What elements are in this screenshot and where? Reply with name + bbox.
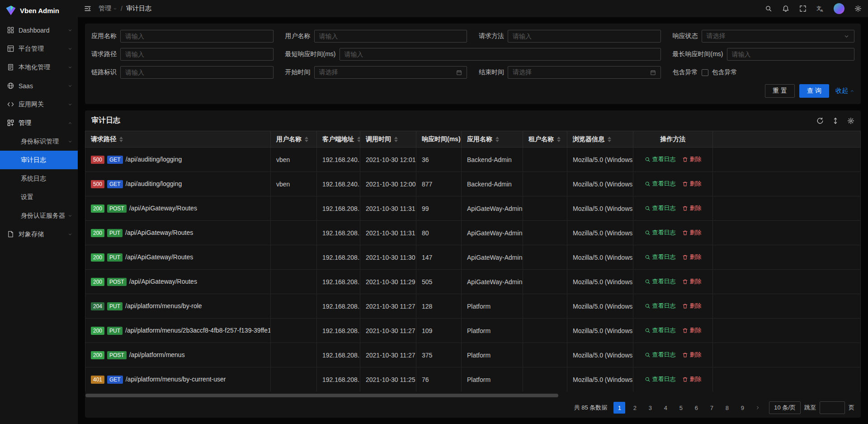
sidebar-item-object-storage[interactable]: 对象存储 <box>0 225 78 243</box>
page-button-9[interactable]: 9 <box>736 402 748 414</box>
column-header-0[interactable]: 请求路径 <box>85 131 271 148</box>
max-response-time-input[interactable] <box>727 48 855 61</box>
refresh-icon[interactable] <box>816 117 824 124</box>
end-time-picker[interactable]: 请选择 <box>508 66 661 79</box>
trash-icon <box>682 254 688 260</box>
view-log-button[interactable]: 查看日志 <box>645 180 676 188</box>
delete-button[interactable]: 删除 <box>682 277 702 286</box>
user-name-input[interactable] <box>314 30 467 43</box>
page-button-7[interactable]: 7 <box>706 402 717 414</box>
sidebar-item-saas[interactable]: Saas <box>0 76 78 95</box>
column-header-4[interactable]: 响应时间(ms) <box>416 131 462 148</box>
menu-fold-icon[interactable] <box>84 5 91 12</box>
row-height-icon[interactable] <box>832 117 839 124</box>
delete-button[interactable]: 删除 <box>682 229 702 237</box>
sidebar-subitem-auth-server[interactable]: 身份认证服务器 <box>0 206 78 225</box>
user-name-cell <box>271 343 317 367</box>
include-exception-checkbox[interactable] <box>702 69 708 76</box>
select-placeholder: 请选择 <box>707 32 726 40</box>
client-address-cell: 192.168.208.1 <box>317 196 360 221</box>
notification-icon[interactable] <box>782 5 789 12</box>
magnifier-icon <box>645 157 651 162</box>
column-header-2[interactable]: 客户端地址 <box>317 131 360 148</box>
view-log-button[interactable]: 查看日志 <box>645 326 676 334</box>
reset-button[interactable]: 重 置 <box>765 84 795 98</box>
sort-icon[interactable] <box>357 137 360 142</box>
delete-button[interactable]: 删除 <box>682 326 702 334</box>
delete-button[interactable]: 删除 <box>682 351 702 359</box>
page-button-6[interactable]: 6 <box>690 402 702 414</box>
search-icon[interactable] <box>765 5 772 12</box>
page-size-select[interactable]: 10 条/页 <box>769 401 801 414</box>
page-button-3[interactable]: 3 <box>644 402 656 414</box>
sidebar-item-dashboard[interactable]: Dashboard <box>0 21 78 39</box>
page-button-2[interactable]: 2 <box>629 402 641 414</box>
settings-icon[interactable] <box>854 5 862 12</box>
view-log-button[interactable]: 查看日志 <box>645 302 676 310</box>
page-button-5[interactable]: 5 <box>675 402 687 414</box>
min-response-time-input[interactable] <box>340 48 661 61</box>
column-header-1[interactable]: 用户名称 <box>271 131 317 148</box>
delete-button[interactable]: 删除 <box>682 204 702 212</box>
sidebar-item-localization[interactable]: 本地化管理 <box>0 58 78 76</box>
breadcrumb-parent[interactable]: 管理 <box>99 5 117 13</box>
view-log-button[interactable]: 查看日志 <box>645 351 676 359</box>
app-logo[interactable]: Vben Admin <box>0 0 78 21</box>
sort-icon[interactable] <box>495 137 499 142</box>
avatar[interactable] <box>834 3 844 14</box>
horizontal-scrollbar[interactable] <box>85 394 860 397</box>
sidebar-item-management[interactable]: 管理 <box>0 114 78 132</box>
sidebar-subitem-identity[interactable]: 身份标识管理 <box>0 132 78 151</box>
column-settings-icon[interactable] <box>847 117 854 124</box>
column-header-5[interactable]: 应用名称 <box>462 131 523 148</box>
view-log-button[interactable]: 查看日志 <box>645 277 676 286</box>
trace-id-input[interactable] <box>120 66 274 79</box>
view-log-button[interactable]: 查看日志 <box>645 253 676 261</box>
start-time-picker[interactable]: 请选择 <box>314 66 467 79</box>
sort-icon[interactable] <box>394 137 398 142</box>
sort-icon[interactable] <box>557 137 561 142</box>
sidebar-subitem-settings[interactable]: 设置 <box>0 188 78 206</box>
query-button[interactable]: 查 询 <box>799 84 829 98</box>
page-button-1[interactable]: 1 <box>613 402 625 414</box>
view-log-button[interactable]: 查看日志 <box>645 229 676 237</box>
sidebar-item-platform[interactable]: 平台管理 <box>0 39 78 58</box>
page-button-8[interactable]: 8 <box>721 402 733 414</box>
page-button-4[interactable]: 4 <box>660 402 671 414</box>
next-page-button[interactable] <box>752 402 764 414</box>
jump-page-input[interactable] <box>820 401 845 414</box>
delete-button[interactable]: 删除 <box>682 180 702 188</box>
method-badge: PUT <box>107 253 123 262</box>
delete-button[interactable]: 删除 <box>682 302 702 310</box>
sidebar-subitem-label: 设置 <box>21 193 72 201</box>
sort-icon[interactable] <box>305 137 308 142</box>
view-log-button[interactable]: 查看日志 <box>645 375 676 383</box>
app-name-input[interactable] <box>120 30 274 43</box>
request-method-input[interactable] <box>508 30 661 43</box>
sidebar-item-gateway[interactable]: 应用网关 <box>0 95 78 114</box>
collapse-link[interactable]: 收起 <box>835 87 854 95</box>
sort-icon[interactable] <box>608 137 611 142</box>
delete-button[interactable]: 删除 <box>682 253 702 261</box>
table-row: 200POST/api/ApiGateway/Routes192.168.208… <box>85 196 861 221</box>
fullscreen-icon[interactable] <box>799 5 807 12</box>
app-name-cell: Backend-Admin <box>462 172 523 196</box>
request-path-input[interactable] <box>120 48 274 61</box>
request-path: /api/ApiGateway/Routes <box>129 205 197 212</box>
delete-button[interactable]: 删除 <box>682 375 702 383</box>
column-header-3[interactable]: 调用时间 <box>360 131 416 148</box>
view-log-button[interactable]: 查看日志 <box>645 155 676 163</box>
sidebar-subitem-system-log[interactable]: 系统日志 <box>0 169 78 188</box>
sort-icon[interactable] <box>119 137 123 142</box>
field-label: 最短响应时间(ms) <box>285 50 336 58</box>
language-icon[interactable]: 文A <box>816 5 824 12</box>
column-header-7[interactable]: 浏览器信息 <box>567 131 633 148</box>
delete-button[interactable]: 删除 <box>682 155 702 163</box>
column-header-6[interactable]: 租户名称 <box>523 131 567 148</box>
view-log-button[interactable]: 查看日志 <box>645 204 676 212</box>
response-status-select[interactable]: 请选择 <box>702 30 855 43</box>
scrollbar-thumb[interactable] <box>85 394 558 397</box>
column-label: 用户名称 <box>276 135 302 143</box>
sidebar-subitem-audit-log[interactable]: 审计日志 <box>0 151 78 169</box>
client-address-cell: 192.168.208.1 <box>317 319 360 343</box>
